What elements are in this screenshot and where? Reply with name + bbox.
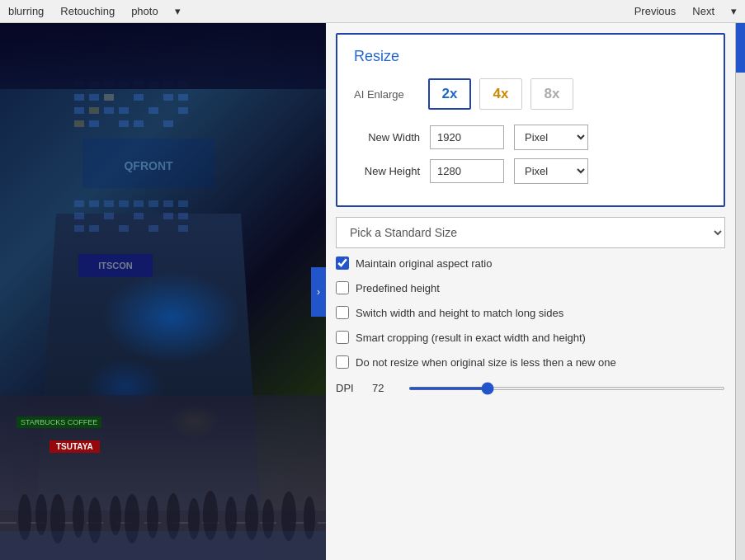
svg-rect-17 (149, 107, 158, 114)
photo-area: QFRONT (0, 23, 326, 560)
nav-retouching[interactable]: Retouching (60, 5, 115, 17)
svg-rect-30 (104, 200, 114, 207)
right-panel: Resize AI Enlarge 2x 4x 8x New Width Pix… (326, 23, 735, 560)
svg-point-51 (35, 494, 47, 535)
svg-point-55 (110, 496, 121, 535)
svg-rect-31 (119, 200, 129, 207)
nav-chevron2: ▾ (731, 5, 737, 17)
svg-rect-42 (89, 225, 99, 232)
checkbox-do-not-resize-label: Do not resize when original size is less… (356, 356, 616, 369)
nav-blurring[interactable]: blurring (8, 5, 44, 17)
svg-rect-38 (134, 213, 144, 219)
svg-text:QFRONT: QFRONT (124, 159, 173, 172)
dpi-slider[interactable] (408, 387, 725, 390)
svg-rect-9 (89, 94, 99, 101)
svg-rect-32 (134, 200, 144, 207)
resize-box: Resize AI Enlarge 2x 4x 8x New Width Pix… (336, 33, 725, 207)
svg-rect-24 (74, 120, 84, 127)
svg-rect-41 (74, 225, 84, 232)
main-area: QFRONT (0, 23, 745, 560)
height-label: New Height (354, 165, 420, 177)
height-row: New Height Pixel Percent Inch cm (354, 158, 707, 184)
ai-enlarge-label: AI Enlarge (354, 88, 420, 101)
ai-enlarge-row: AI Enlarge 2x 4x 8x (354, 78, 707, 110)
width-input[interactable] (430, 125, 504, 149)
checkboxes-section: Maintain original aspect ratio Predefine… (336, 256, 725, 369)
svg-rect-40 (178, 213, 188, 219)
svg-rect-23 (89, 107, 99, 114)
svg-rect-36 (74, 213, 84, 219)
svg-rect-35 (178, 200, 188, 207)
svg-rect-19 (89, 120, 99, 127)
enlarge-8x-button[interactable]: 8x (530, 78, 573, 110)
top-nav: blurring Retouching photo ▾ Previous Nex… (0, 0, 745, 23)
street: STARBUCKS COFFEE TSUTAYA (0, 395, 326, 560)
checkbox-maintain-aspect-label: Maintain original aspect ratio (356, 257, 492, 270)
svg-rect-39 (163, 213, 173, 219)
svg-rect-25 (104, 94, 114, 101)
nav-photo[interactable]: photo (131, 5, 158, 17)
chevron-right-icon: › (317, 286, 320, 298)
enlarge-2x-button[interactable]: 2x (428, 78, 471, 110)
svg-rect-34 (163, 200, 173, 207)
nav-chevron: ▾ (175, 5, 181, 17)
photo-background: QFRONT (0, 23, 326, 560)
width-unit-select[interactable]: Pixel Percent Inch cm (514, 125, 588, 150)
svg-rect-14 (74, 107, 84, 114)
svg-rect-44 (149, 225, 158, 232)
dpi-label: DPI (336, 382, 361, 394)
svg-rect-22 (163, 120, 173, 127)
svg-rect-28 (74, 200, 84, 207)
svg-rect-66 (0, 531, 326, 560)
nav-next[interactable]: Next (692, 5, 714, 17)
svg-text:ITSCON: ITSCON (98, 261, 133, 271)
svg-rect-43 (119, 225, 129, 232)
dpi-row: DPI 72 (336, 382, 725, 394)
dpi-value: 72 (372, 382, 397, 394)
checkbox-smart-cropping[interactable]: Smart cropping (result in exact width an… (336, 331, 725, 344)
checkbox-smart-cropping-label: Smart cropping (result in exact width an… (356, 332, 586, 344)
height-input[interactable] (430, 159, 504, 183)
svg-rect-20 (119, 120, 129, 127)
checkbox-switch-width-height-input[interactable] (336, 306, 349, 319)
svg-rect-8 (74, 94, 84, 101)
checkbox-predefined-height-label: Predefined height (356, 282, 440, 294)
checkbox-do-not-resize-input[interactable] (336, 355, 349, 369)
svg-rect-29 (89, 200, 99, 207)
right-scroll-indicator[interactable]: › (311, 267, 326, 317)
resize-title: Resize (354, 48, 707, 65)
starbucks-sign: STARBUCKS COFFEE (17, 416, 101, 428)
scrollbar[interactable] (735, 23, 745, 560)
checkbox-switch-width-height-label: Switch width and height to match long si… (356, 307, 563, 319)
svg-rect-15 (104, 107, 114, 114)
standard-size-select[interactable]: Pick a Standard Size 800 × 600 1024 × 76… (336, 217, 725, 248)
scrollbar-thumb[interactable] (736, 23, 745, 73)
checkbox-smart-cropping-input[interactable] (336, 331, 349, 344)
checkbox-predefined-height-input[interactable] (336, 281, 349, 294)
svg-rect-11 (134, 94, 144, 101)
checkbox-do-not-resize[interactable]: Do not resize when original size is less… (336, 355, 725, 369)
svg-rect-16 (119, 107, 129, 114)
checkbox-predefined-height[interactable]: Predefined height (336, 281, 725, 294)
nav-previous[interactable]: Previous (634, 5, 677, 17)
svg-rect-45 (178, 225, 188, 232)
width-label: New Width (354, 131, 420, 144)
svg-rect-12 (163, 94, 173, 101)
width-row: New Width Pixel Percent Inch cm (354, 125, 707, 150)
checkbox-switch-width-height[interactable]: Switch width and height to match long si… (336, 306, 725, 319)
height-unit-select[interactable]: Pixel Percent Inch cm (514, 158, 588, 184)
checkbox-maintain-aspect-input[interactable] (336, 256, 349, 270)
svg-rect-13 (178, 94, 188, 101)
svg-rect-18 (178, 107, 188, 114)
checkbox-maintain-aspect[interactable]: Maintain original aspect ratio (336, 256, 725, 270)
svg-rect-33 (149, 200, 158, 207)
svg-rect-21 (134, 120, 144, 127)
standard-size-row: Pick a Standard Size 800 × 600 1024 × 76… (336, 217, 725, 248)
enlarge-4x-button[interactable]: 4x (479, 78, 522, 110)
svg-rect-37 (104, 213, 114, 219)
